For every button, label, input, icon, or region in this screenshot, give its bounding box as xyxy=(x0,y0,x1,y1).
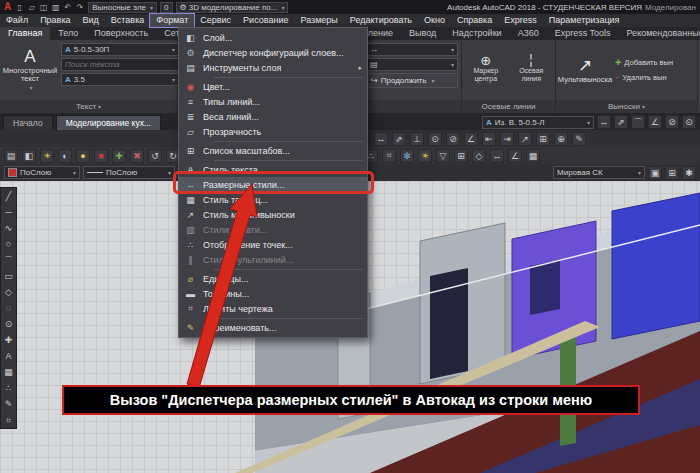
dim-diameter-icon[interactable]: ⊘ xyxy=(665,115,679,129)
table-icon[interactable]: ⊞ xyxy=(454,149,468,163)
dim-aligned-icon[interactable]: ⇗ xyxy=(614,115,628,129)
dim-aligned-icon[interactable]: ⇗ xyxy=(392,132,406,146)
line-tool-icon[interactable]: ╱ xyxy=(1,188,16,204)
viewport-icon[interactable]: ▣ xyxy=(648,166,662,180)
ribbon-tab[interactable]: Тело xyxy=(50,27,86,40)
polygon-tool-icon[interactable]: ◇ xyxy=(1,284,16,300)
layer-properties-icon[interactable]: ▤ xyxy=(4,149,18,163)
menu-item[interactable]: ▦ Стиль таблиц... xyxy=(179,192,367,207)
dim-layer-combo[interactable]: ▤ xyxy=(366,58,458,71)
menu-item[interactable]: ↔ Размерные стили... xyxy=(179,177,367,192)
center-mark-icon[interactable]: ⊕ xyxy=(554,132,568,146)
menubar-item[interactable]: Правка xyxy=(34,14,76,27)
dim-linear-icon[interactable]: ↔ xyxy=(597,115,611,129)
grid-tool-icon[interactable]: ⌗ xyxy=(1,412,16,428)
ribbon-tab[interactable]: Express Tools xyxy=(547,27,619,40)
menu-item[interactable]: ✎ Переименовать... xyxy=(179,320,367,335)
measure-icon[interactable]: ↔ xyxy=(490,149,504,163)
menu-item[interactable]: ⊞ Список масштабов... xyxy=(179,143,367,158)
color-combo[interactable]: ПоСлою xyxy=(4,166,80,179)
dim-style-ribbon-combo[interactable]: ↔ xyxy=(366,43,458,56)
panel-footer-text[interactable]: Текст xyxy=(0,100,177,113)
dim-arc-icon[interactable]: ⌒ xyxy=(631,115,645,129)
dim-style-combo[interactable]: А Из. В. 5-0.5-Л xyxy=(482,116,594,129)
menubar-item[interactable]: Вставка xyxy=(105,14,150,27)
dim-ordinate-icon[interactable]: ⊥ xyxy=(410,132,424,146)
hatch-icon[interactable]: ▦ xyxy=(526,149,540,163)
centerline-button[interactable]: ╎ Осевая линия xyxy=(511,43,553,97)
layer-states-icon[interactable]: ◧ xyxy=(22,149,36,163)
annotation-style-combo[interactable]: Выносные эле xyxy=(88,2,157,13)
menubar-item[interactable]: Окно xyxy=(418,14,451,27)
dim-baseline-icon[interactable]: ⇤ xyxy=(482,132,496,146)
dim-continue-button[interactable]: ↪Продолжить xyxy=(366,73,458,88)
undo-icon[interactable]: ↺ xyxy=(148,149,162,163)
menu-item[interactable]: ∴ Отображение точек... xyxy=(179,237,367,252)
menu-item[interactable]: ≡ Типы линий... xyxy=(179,94,367,109)
layer-walk-icon[interactable]: ▽ xyxy=(436,149,450,163)
linetype-combo[interactable]: ПоСлою xyxy=(83,166,175,179)
sun-icon[interactable]: ☀ xyxy=(418,149,432,163)
arc-tool-icon[interactable]: ⌒ xyxy=(1,252,16,268)
menu-item[interactable]: ◉ Цвет... xyxy=(179,79,367,94)
dim-continue-icon[interactable]: ⇥ xyxy=(500,132,514,146)
menubar-item[interactable]: Файл xyxy=(0,14,34,27)
menu-item[interactable]: ≣ Веса линий... xyxy=(179,109,367,124)
menu-item[interactable]: ⌀ Единицы... xyxy=(179,271,367,286)
diamond-icon[interactable]: ◇ xyxy=(472,149,486,163)
angle-icon[interactable]: ∠ xyxy=(508,149,522,163)
menubar-item[interactable]: Справка xyxy=(451,14,498,27)
undo-icon[interactable]: ↶ xyxy=(62,2,73,13)
layer-on-icon[interactable]: ☀ xyxy=(40,149,54,163)
ellipse-tool-icon[interactable]: ◌ xyxy=(1,300,16,316)
polyline-tool-icon[interactable]: ∿ xyxy=(1,220,16,236)
menu-item[interactable]: ▤ Инструменты слоя ▸ xyxy=(179,60,367,75)
menubar-item[interactable]: Редактировать xyxy=(344,14,418,27)
drawing-tab[interactable]: Моделирование кух... xyxy=(56,115,161,130)
ribbon-tab[interactable]: A360 xyxy=(510,27,547,40)
menu-item[interactable]: ⚙ Диспетчер конфигураций слоев... xyxy=(179,45,367,60)
layer-isolate-icon[interactable]: ◐ xyxy=(58,149,72,163)
layer-freeze-icon[interactable]: ✻ xyxy=(400,149,414,163)
text-height-combo[interactable]: A 3.5 xyxy=(61,73,179,86)
menubar-item[interactable]: Рисование xyxy=(237,14,294,27)
menubar-item[interactable]: Размеры xyxy=(294,14,343,27)
hatch-tool-icon[interactable]: ▦ xyxy=(1,364,16,380)
construction-line-tool-icon[interactable]: ─ xyxy=(1,204,16,220)
menubar-item[interactable]: Параметризация xyxy=(543,14,626,27)
dim-diameter-icon[interactable]: ⊘ xyxy=(446,132,460,146)
circle-tool-icon[interactable]: ○ xyxy=(1,236,16,252)
point-tool-icon[interactable]: ✚ xyxy=(1,332,16,348)
text-tool-icon[interactable]: A xyxy=(1,348,16,364)
dim-angular-icon[interactable]: ∠ xyxy=(464,132,478,146)
ribbon-tab[interactable]: Рекомендованные xyxy=(619,27,700,40)
layer-bulb-icon[interactable]: ● xyxy=(76,149,90,163)
mtext-button[interactable]: A Многострочный текст xyxy=(3,43,57,97)
center-mark-button[interactable]: ⊕ Маркер центра xyxy=(465,43,507,97)
tolerance-icon[interactable]: ⊞ xyxy=(536,132,550,146)
remove-leader-button[interactable]: −Удалить вын xyxy=(615,71,673,84)
autocad-logo-icon[interactable]: A xyxy=(4,2,11,12)
elevation-value-box[interactable]: 0 xyxy=(160,2,172,13)
donut-tool-icon[interactable]: ⊙ xyxy=(1,316,16,332)
dim-linear-icon[interactable]: ↔ xyxy=(374,132,388,146)
make-layer-icon[interactable]: ✚ xyxy=(112,149,126,163)
open-file-icon[interactable]: ▱ xyxy=(26,2,37,13)
rectangle-tool-icon[interactable]: ▭ xyxy=(1,268,16,284)
divide-tool-icon[interactable]: ∴ xyxy=(1,380,16,396)
dim-style-edit-icon[interactable]: ✎ xyxy=(572,132,586,146)
ribbon-tab[interactable]: Поверхность xyxy=(86,27,156,40)
ribbon-tab[interactable]: Надстройки xyxy=(444,27,509,40)
save-icon[interactable]: ◫ xyxy=(38,2,49,13)
multileader-button[interactable]: ↗ Мультивыноска xyxy=(559,43,611,97)
menu-item[interactable]: ⌗ Лимиты чертежа xyxy=(179,301,367,316)
star-icon[interactable]: ✱ xyxy=(682,166,696,180)
menu-item[interactable]: ◧ Слой... xyxy=(179,30,367,45)
leader-icon[interactable]: ↗ xyxy=(518,132,532,146)
plot-icon[interactable]: ▥ xyxy=(50,2,61,13)
menu-item[interactable]: ↗ Стиль мультивыноски xyxy=(179,207,367,222)
new-file-icon[interactable]: ▯ xyxy=(14,2,25,13)
color-swatch-icon[interactable]: ■ xyxy=(94,149,108,163)
dim-radius-icon[interactable]: ⊙ xyxy=(682,115,696,129)
dim-radius-icon[interactable]: ⊙ xyxy=(428,132,442,146)
